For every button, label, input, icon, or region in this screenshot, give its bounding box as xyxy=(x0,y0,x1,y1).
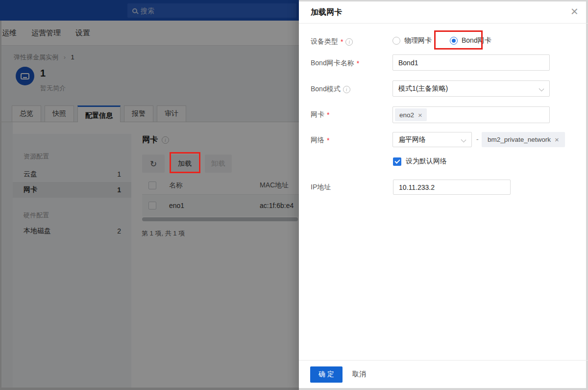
confirm-button[interactable]: 确 定 xyxy=(310,366,343,383)
modal-title: 加载网卡 xyxy=(311,7,342,18)
radio-physical-nic[interactable] xyxy=(392,37,400,45)
label-text: 设备类型 xyxy=(311,37,338,46)
info-icon[interactable]: i xyxy=(345,38,353,46)
required-mark: * xyxy=(357,59,359,67)
nic-multiselect[interactable]: eno2 × xyxy=(392,106,550,123)
required-mark: * xyxy=(341,38,343,46)
network-type-select[interactable]: 扁平网络 xyxy=(392,132,472,147)
ip-address-input[interactable] xyxy=(393,180,511,195)
network-joiner: - xyxy=(476,135,479,143)
close-icon[interactable]: × xyxy=(571,4,578,19)
label-text: Bond模式 xyxy=(311,85,341,94)
tag-remove-icon[interactable]: × xyxy=(418,111,422,119)
radio-label-bond-nic[interactable]: Bond网卡 xyxy=(462,36,491,45)
label-text: IP地址 xyxy=(311,183,331,192)
default-network-option: 设为默认网络 xyxy=(393,157,447,166)
required-mark: * xyxy=(327,136,329,144)
radio-bond-nic[interactable] xyxy=(450,37,458,45)
required-mark: * xyxy=(327,111,329,119)
radio-label-physical-nic[interactable]: 物理网卡 xyxy=(404,36,432,45)
info-icon[interactable]: i xyxy=(343,86,350,93)
network-type-value: 扁平网络 xyxy=(398,135,426,144)
field-label-bond-name: Bond网卡名称 * xyxy=(311,59,359,68)
chevron-down-icon xyxy=(539,86,544,92)
cancel-button[interactable]: 取消 xyxy=(352,370,366,379)
field-label-network: 网络 * xyxy=(311,136,329,145)
default-network-label[interactable]: 设为默认网络 xyxy=(406,157,447,166)
chevron-down-icon xyxy=(461,137,466,143)
modal-footer: 确 定 取消 xyxy=(299,360,588,388)
default-network-checkbox[interactable] xyxy=(393,157,401,166)
device-type-radio-group: 物理网卡 Bond网卡 xyxy=(392,36,491,45)
network-tag-label: bm2_private_network xyxy=(488,136,551,143)
bond-mode-select[interactable]: 模式1(主备策略) xyxy=(392,80,550,97)
label-text: 网络 xyxy=(311,136,324,145)
label-text: Bond网卡名称 xyxy=(311,59,354,68)
screen: 运维 运营管理 设置 弹性裸金属实例 › 1 1 暂无简介 总览 快照 配置信息… xyxy=(0,0,588,390)
field-label-nic: 网卡 * xyxy=(311,110,329,119)
field-label-device-type: 设备类型 * i xyxy=(311,37,353,46)
field-label-bond-mode: Bond模式 i xyxy=(311,85,350,94)
field-label-ip: IP地址 xyxy=(311,183,331,192)
nic-tag: eno2 × xyxy=(395,108,427,121)
label-text: 网卡 xyxy=(311,110,324,119)
nic-tag-label: eno2 xyxy=(399,111,414,119)
bond-name-input[interactable] xyxy=(392,54,550,71)
tag-remove-icon[interactable]: × xyxy=(555,136,559,143)
bond-mode-value: 模式1(主备策略) xyxy=(398,84,448,93)
window-edge-right xyxy=(586,0,588,390)
window-edge-bottom-right xyxy=(299,388,588,390)
network-tag: bm2_private_network × xyxy=(482,132,565,147)
modal-header: 加载网卡 xyxy=(299,1,588,24)
load-nic-modal: 加载网卡 × 设备类型 * i 物理网卡 Bond网卡 Bond网卡名称 * B… xyxy=(299,0,588,390)
